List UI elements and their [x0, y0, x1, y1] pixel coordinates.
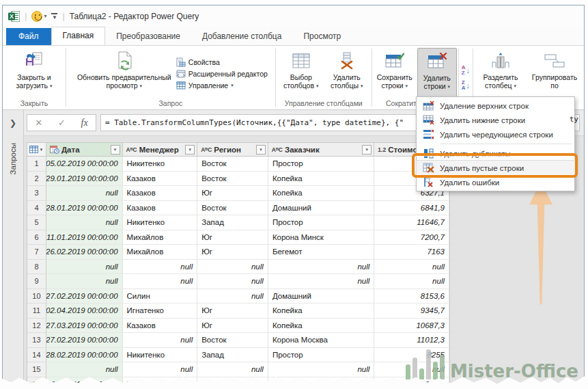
table-cell[interactable]: Копейка [268, 186, 374, 201]
row-number[interactable]: 11 [27, 304, 46, 319]
fx-icon[interactable]: fx [81, 118, 88, 129]
table-cell[interactable]: Восток [197, 333, 268, 348]
row-number[interactable]: 2 [27, 172, 46, 187]
table-cell[interactable]: Юг [197, 186, 268, 201]
table-cell[interactable]: Никитенко [123, 157, 198, 172]
table-cell[interactable]: Юг [197, 304, 268, 319]
tab-view[interactable]: Просмотр [292, 28, 352, 45]
table-cell[interactable]: 26.02.2019 00:00:00 [46, 245, 123, 260]
table-cell[interactable]: Бегемот [268, 245, 374, 260]
filter-dropdown-button[interactable]: ▼ [185, 145, 195, 155]
table-cell[interactable]: 27.02.2019 00:00:00 [46, 289, 123, 304]
row-number[interactable]: 15 [27, 362, 46, 377]
table-cell[interactable]: null [123, 333, 198, 348]
table-cell[interactable]: 28.02.2019 00:00:00 [46, 348, 123, 363]
table-cell[interactable]: 9345,7 [374, 304, 449, 319]
table-corner-button[interactable]: ▼ [27, 143, 46, 156]
table-cell[interactable]: null [123, 274, 198, 289]
table-cell[interactable]: null [46, 362, 123, 377]
choose-columns-button[interactable]: Выбор столбцов ▾ [279, 48, 324, 99]
table-cell[interactable]: 6841,9 [374, 201, 449, 216]
table-cell[interactable]: null [268, 362, 374, 377]
row-number[interactable]: 7 [27, 245, 46, 260]
table-cell[interactable]: Копейка [268, 304, 374, 319]
row-number[interactable]: 8 [27, 260, 46, 275]
filter-dropdown-button[interactable]: ▼ [362, 145, 372, 155]
table-cell[interactable]: null [374, 274, 449, 289]
table-cell[interactable]: Казаков [123, 319, 198, 334]
table-cell[interactable]: Восток [197, 201, 268, 216]
close-and-load-button[interactable]: Закрыть и загрузить ▾ [5, 48, 64, 99]
table-cell[interactable]: 11646,7 [374, 215, 449, 230]
table-cell[interactable]: null [197, 362, 268, 377]
table-cell[interactable]: Копейка [268, 319, 374, 334]
expand-pane-chevron-icon[interactable]: ❯ [10, 118, 16, 128]
remove-columns-button[interactable]: Удалить столбцы ▾ [325, 48, 369, 99]
table-cell[interactable]: Казаков [123, 186, 198, 201]
remove-rows-button[interactable]: Удалить строки ▾ [417, 48, 457, 99]
row-number[interactable]: 16 [27, 377, 46, 389]
table-cell[interactable]: Васильев [123, 377, 198, 389]
table-cell[interactable]: Простор [268, 215, 374, 230]
table-cell[interactable]: Домашний [268, 289, 374, 304]
table-cell[interactable]: 7163 [374, 245, 449, 260]
table-cell[interactable]: 11.01.2019 00:00:00 [46, 230, 123, 245]
table-cell[interactable]: Михайлов [123, 245, 198, 260]
table-cell[interactable]: Юг [197, 230, 268, 245]
manage-button[interactable]: Управление ▾ [176, 81, 268, 90]
row-number[interactable]: 4 [27, 201, 46, 216]
table-cell[interactable]: null [197, 260, 268, 275]
table-cell[interactable]: Юг [197, 245, 268, 260]
table-cell[interactable]: null [268, 260, 374, 275]
table-cell[interactable]: Восток [197, 157, 268, 172]
table-cell[interactable]: Соседи [268, 377, 374, 389]
column-header-2[interactable]: AᴮCМенеджер▼ [123, 143, 198, 156]
group-by-button[interactable]: Группировать по [527, 48, 582, 99]
table-cell[interactable]: Михайлов [123, 230, 198, 245]
table-cell[interactable]: Юг [197, 377, 268, 389]
sort-descending-button[interactable]: ZA ↓ [462, 80, 470, 91]
customize-toolbar-button[interactable]: ▼ [51, 13, 57, 19]
table-cell[interactable]: 15.03.2019 00:00:00 [46, 377, 123, 389]
row-number[interactable]: 13 [27, 333, 46, 348]
table-cell[interactable]: 02.04.2019 00:00:00 [46, 304, 123, 319]
cancel-icon[interactable]: ✕ [35, 118, 42, 128]
table-cell[interactable]: 7200,7 [374, 230, 449, 245]
table-cell[interactable]: 27.03.2019 00:00:00 [46, 319, 123, 334]
table-cell[interactable]: Казаков [123, 201, 198, 216]
table-cell[interactable]: null [123, 362, 198, 377]
table-cell[interactable]: 11012,3 [374, 333, 449, 348]
table-cell[interactable]: null [46, 260, 123, 275]
table-cell[interactable]: Простор [268, 157, 374, 172]
quick-access-smiley-button[interactable]: ▾ [31, 11, 46, 22]
table-cell[interactable]: 8153,6 [374, 289, 449, 304]
table-cell[interactable]: Казаков [123, 172, 198, 187]
table-cell[interactable]: Запад [197, 215, 268, 230]
row-number[interactable]: 5 [27, 215, 46, 230]
menu-item-3[interactable]: Удалить чередующиеся строки [417, 127, 574, 142]
table-cell[interactable]: Корона Минск [268, 230, 374, 245]
table-cell[interactable]: Юг [197, 319, 268, 334]
refresh-preview-button[interactable]: Обновить предварительный просмотр ▾ [74, 48, 175, 99]
table-cell[interactable]: null [374, 260, 449, 275]
tab-add-column[interactable]: Добавление столбца [191, 28, 293, 45]
properties-button[interactable]: Свойства [176, 57, 268, 67]
tab-file[interactable]: Файл [6, 28, 51, 45]
menu-item-2[interactable]: Удалить нижние строки [417, 113, 574, 127]
advanced-editor-button[interactable]: Расширенный редактор [176, 69, 268, 79]
filter-dropdown-button[interactable]: ▼ [256, 145, 266, 155]
table-cell[interactable]: null [46, 274, 123, 289]
row-number[interactable]: 12 [27, 319, 46, 334]
table-cell[interactable]: Никитенко [123, 215, 198, 230]
table-cell[interactable]: 05.02.2019 00:00:00 [46, 157, 123, 172]
table-cell[interactable]: 27.02.2019 00:00:00 [46, 333, 123, 348]
menu-item-1[interactable]: Удаление верхних строк [417, 98, 574, 113]
sort-ascending-button[interactable]: AZ ↓ [462, 65, 470, 76]
table-cell[interactable]: 29.01.2019 00:00:00 [46, 172, 123, 187]
row-number[interactable]: 3 [27, 186, 46, 201]
row-number[interactable]: 14 [27, 348, 46, 363]
check-icon[interactable]: ✓ [58, 118, 66, 128]
row-number[interactable]: 1 [27, 157, 46, 172]
row-number[interactable]: 10 [27, 289, 46, 304]
table-cell[interactable]: Восток [197, 172, 268, 187]
